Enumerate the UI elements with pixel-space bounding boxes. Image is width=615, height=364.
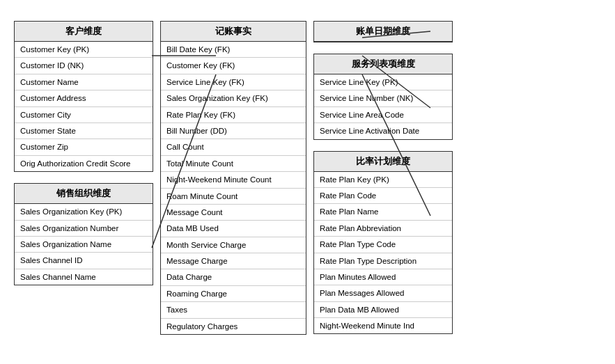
left-column: 客户维度 Customer Key (PK) Customer ID (NK) …: [14, 21, 153, 285]
sales-org-dimension-header: 销售组织维度: [15, 184, 153, 204]
table-row: Night-Weekend Minute Count: [161, 172, 306, 188]
table-row: Customer Name: [15, 74, 153, 90]
table-row: Customer ID (NK): [15, 58, 153, 74]
table-row: Orig Authorization Credit Score: [15, 156, 153, 171]
table-row: Month Service Charge: [161, 237, 306, 253]
table-row: Sales Channel ID: [15, 253, 153, 269]
table-row: Customer State: [15, 123, 153, 139]
table-row: Rate Plan Type Code: [314, 237, 452, 253]
table-row: Rate Plan Key (PK): [314, 172, 452, 188]
table-row: Bill Number (DD): [161, 123, 306, 139]
billing-fact-table: 记账事实 Bill Date Key (FK) Customer Key (FK…: [160, 21, 306, 335]
customer-dimension-header: 客户维度: [15, 22, 153, 42]
table-row: Plan Messages Allowed: [314, 285, 452, 301]
bill-date-dimension-table: 账单日期维度: [313, 21, 453, 42]
service-line-dimension-table: 服务列表项维度 Service Line Key (PK) Service Li…: [313, 54, 453, 140]
table-row: Rate Plan Type Description: [314, 253, 452, 269]
table-row: Rate Plan Code: [314, 188, 452, 204]
table-row: Rate Plan Name: [314, 204, 452, 220]
table-row: Customer Address: [15, 90, 153, 106]
rate-plan-dimension-header: 比率计划维度: [314, 152, 452, 172]
table-row: Bill Date Key (FK): [161, 42, 306, 58]
table-row: Roam Minute Count: [161, 189, 306, 205]
table-row: Customer Key (PK): [15, 42, 153, 58]
table-row: Roaming Charge: [161, 286, 306, 302]
table-row: Message Charge: [161, 253, 306, 269]
table-row: Regulatory Charges: [161, 319, 306, 334]
table-row: Customer Key (FK): [161, 58, 306, 74]
table-row: Data Charge: [161, 269, 306, 285]
table-row: Service Line Key (PK): [314, 74, 452, 90]
service-line-dimension-header: 服务列表项维度: [314, 54, 452, 74]
table-row: Data MB Used: [161, 221, 306, 237]
table-row: Sales Organization Name: [15, 237, 153, 253]
table-row: Call Count: [161, 139, 306, 155]
table-row: Customer City: [15, 107, 153, 123]
table-row: Plan Data MB Allowed: [314, 302, 452, 318]
table-row: Service Line Number (NK): [314, 90, 452, 106]
table-row: Sales Channel Name: [15, 269, 153, 285]
right-column: 账单日期维度 服务列表项维度 Service Line Key (PK) Ser…: [313, 21, 453, 334]
table-row: Service Line Key (FK): [161, 74, 306, 90]
table-row: Service Line Area Code: [314, 107, 452, 123]
diagram-container: 客户维度 Customer Key (PK) Customer ID (NK) …: [14, 14, 601, 335]
table-row: Sales Organization Key (PK): [15, 204, 153, 220]
rate-plan-dimension-table: 比率计划维度 Rate Plan Key (PK) Rate Plan Code…: [313, 151, 453, 335]
table-row: Sales Organization Key (FK): [161, 90, 306, 106]
table-row: Rate Plan Abbreviation: [314, 221, 452, 237]
table-row: Rate Plan Key (FK): [161, 107, 306, 123]
sales-org-dimension-table: 销售组织维度 Sales Organization Key (PK) Sales…: [14, 183, 153, 285]
table-row: Service Line Activation Date: [314, 123, 452, 139]
table-row: Customer Zip: [15, 139, 153, 155]
table-row: Taxes: [161, 302, 306, 318]
table-row: Night-Weekend Minute Ind: [314, 318, 452, 333]
bill-date-dimension-header: 账单日期维度: [314, 22, 452, 42]
table-row: Message Count: [161, 205, 306, 221]
table-row: Total Minute Count: [161, 156, 306, 172]
billing-fact-header: 记账事实: [161, 22, 306, 42]
customer-dimension-table: 客户维度 Customer Key (PK) Customer ID (NK) …: [14, 21, 153, 172]
table-row: Plan Minutes Allowed: [314, 269, 452, 285]
table-row: Sales Organization Number: [15, 221, 153, 237]
